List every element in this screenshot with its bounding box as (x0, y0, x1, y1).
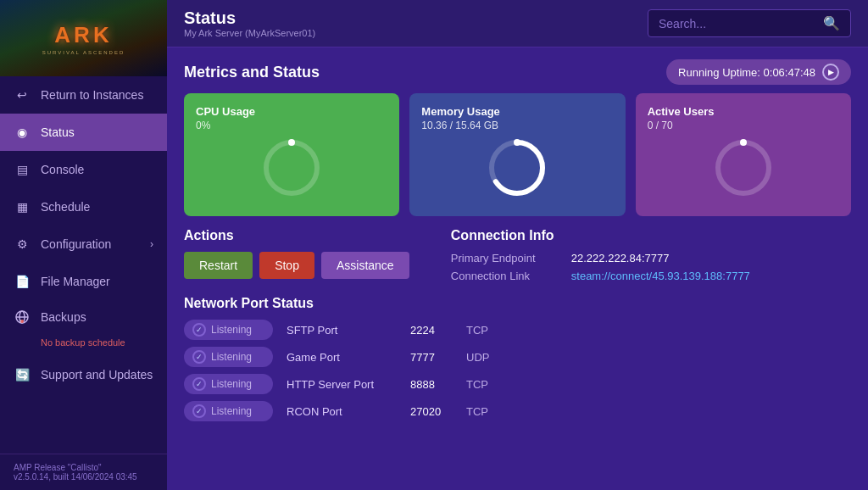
rcon-check-icon: ✓ (192, 404, 206, 418)
status-label: Status (41, 125, 75, 139)
play-button[interactable]: ▶ (822, 64, 839, 81)
assistance-button[interactable]: Assistance (321, 252, 409, 279)
uptime-badge: Running Uptime: 0:06:47:48 ▶ (666, 59, 851, 85)
backups-label: Backups (41, 310, 86, 324)
logo-subtitle: SURVIVAL ASCENDED (42, 50, 125, 55)
http-port-number: 8888 (410, 378, 453, 391)
stop-button[interactable]: Stop (259, 252, 314, 279)
main-content: Status My Ark Server (MyArkServer01) 🔍 M… (167, 0, 868, 490)
sftp-port-name: SFTP Port (287, 324, 397, 337)
sftp-badge: ✓ Listening (184, 320, 273, 340)
users-gauge (709, 134, 777, 202)
schedule-icon: ▦ (14, 198, 31, 215)
backups-icon: ! (14, 309, 31, 326)
return-icon: ↩ (14, 86, 31, 103)
rcon-protocol: TCP (466, 405, 488, 418)
rcon-listening-label: Listening (211, 405, 252, 417)
metrics-header: Metrics and Status Running Uptime: 0:06:… (167, 47, 868, 93)
page-subtitle: My Ark Server (MyArkServer01) (184, 28, 315, 38)
sidebar-footer: AMP Release "Callisto" v2.5.0.14, built … (0, 454, 167, 490)
game-listening-label: Listening (211, 351, 252, 363)
config-arrow: › (150, 238, 153, 250)
game-check-icon: ✓ (192, 350, 206, 364)
game-port-name: Game Port (287, 351, 397, 364)
http-port-name: HTTP Server Port (287, 378, 397, 391)
footer-line2: v2.5.0.14, built 14/06/2024 03:45 (14, 472, 153, 482)
rcon-badge: ✓ Listening (184, 401, 273, 421)
cpu-card: CPU Usage 0% (184, 93, 399, 216)
memory-card: Memory Usage 10.36 / 15.64 GB (409, 93, 625, 216)
cpu-value: 0% (196, 120, 210, 131)
sidebar-item-console[interactable]: ▤ Console (0, 151, 167, 188)
metrics-title: Metrics and Status (184, 64, 320, 81)
actions-connection: Actions Restart Stop Assistance Connecti… (167, 216, 868, 296)
cpu-gauge (258, 134, 326, 202)
sidebar-logo: ARK SURVIVAL ASCENDED (0, 0, 167, 76)
connection-link-label: Connection Link (451, 270, 561, 282)
restart-button[interactable]: Restart (184, 252, 253, 279)
memory-gauge (483, 134, 551, 202)
sftp-port-number: 2224 (410, 324, 453, 337)
uptime-label: Running Uptime: 0:06:47:48 (678, 66, 815, 79)
game-badge: ✓ Listening (184, 347, 273, 367)
support-icon: 🔄 (14, 366, 31, 383)
search-input[interactable] (659, 17, 816, 31)
return-to-instances-label: Return to Instances (41, 88, 143, 102)
actions-title: Actions (184, 228, 451, 243)
port-row-game: ✓ Listening Game Port 7777 UDP (184, 347, 851, 367)
http-check-icon: ✓ (192, 377, 206, 391)
game-port-number: 7777 (410, 351, 453, 364)
svg-point-13 (740, 139, 747, 146)
status-icon: ◉ (14, 124, 31, 141)
primary-endpoint-value: 22.222.222.84:7777 (571, 252, 670, 264)
sidebar-item-status[interactable]: ◉ Status (0, 114, 167, 151)
users-card: Active Users 0 / 70 (636, 93, 851, 216)
sidebar-item-backups[interactable]: ! Backups No backup schedule (0, 300, 167, 356)
sftp-protocol: TCP (466, 324, 488, 337)
sidebar-item-configuration[interactable]: ⚙ Configuration › (0, 226, 167, 263)
support-label: Support and Updates (41, 368, 153, 381)
sidebar: ARK SURVIVAL ASCENDED ↩ Return to Instan… (0, 0, 167, 490)
port-row-rcon: ✓ Listening RCON Port 27020 TCP (184, 401, 851, 421)
config-icon: ⚙ (14, 236, 31, 253)
logo-text: ARK (54, 22, 112, 48)
network-section: Network Port Status ✓ Listening SFTP Por… (167, 296, 868, 430)
file-manager-label: File Manager (41, 275, 110, 288)
users-value: 0 / 70 (648, 120, 673, 131)
connection-link-value[interactable]: steam://connect/45.93.139.188:7777 (571, 270, 750, 282)
sidebar-item-return-to-instances[interactable]: ↩ Return to Instances (0, 76, 167, 114)
port-row-http: ✓ Listening HTTP Server Port 8888 TCP (184, 374, 851, 394)
svg-point-7 (288, 139, 295, 146)
sftp-listening-label: Listening (211, 324, 252, 336)
game-protocol: UDP (466, 351, 489, 364)
backups-sub-label: No backup schedule (41, 337, 125, 348)
connection-block: Connection Info Primary Endpoint 22.222.… (451, 228, 851, 287)
console-icon: ▤ (14, 161, 31, 178)
sidebar-item-support-and-updates[interactable]: 🔄 Support and Updates (0, 356, 167, 393)
memory-title: Memory Usage (421, 105, 499, 118)
file-icon: 📄 (14, 273, 31, 290)
http-listening-label: Listening (211, 378, 252, 390)
search-icon: 🔍 (823, 15, 840, 31)
action-buttons: Restart Stop Assistance (184, 252, 451, 279)
users-title: Active Users (648, 105, 715, 118)
primary-endpoint-label: Primary Endpoint (451, 252, 561, 264)
network-title: Network Port Status (184, 296, 851, 311)
svg-point-11 (718, 142, 769, 193)
sidebar-item-file-manager[interactable]: 📄 File Manager (0, 263, 167, 300)
schedule-label: Schedule (41, 200, 90, 214)
search-box[interactable]: 🔍 (648, 9, 851, 37)
sidebar-item-schedule[interactable]: ▦ Schedule (0, 188, 167, 226)
connection-title: Connection Info (451, 228, 851, 243)
connection-link-row: Connection Link steam://connect/45.93.13… (451, 270, 851, 282)
console-label: Console (41, 163, 84, 176)
memory-value: 10.36 / 15.64 GB (421, 120, 498, 131)
rcon-port-number: 27020 (410, 405, 453, 418)
http-badge: ✓ Listening (184, 374, 273, 394)
header: Status My Ark Server (MyArkServer01) 🔍 (167, 0, 868, 47)
rcon-port-name: RCON Port (287, 405, 397, 418)
svg-point-10 (514, 139, 520, 146)
svg-point-5 (266, 142, 317, 193)
actions-block: Actions Restart Stop Assistance (184, 228, 451, 287)
metrics-cards: CPU Usage 0% Memory Usage 10.36 / 15.64 … (167, 93, 868, 216)
